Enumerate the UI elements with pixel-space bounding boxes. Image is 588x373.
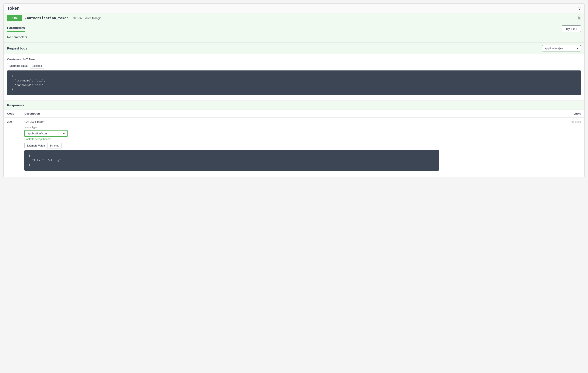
chevron-down-icon: ∨ <box>578 6 581 11</box>
response-description-cell: Get JWT token Media type application/jso… <box>21 118 442 177</box>
lock-icon <box>578 15 581 21</box>
table-row: 200 Get JWT token Media type application… <box>4 118 584 177</box>
token-section: Token ∨ POST /authentication_token Get J… <box>3 3 585 177</box>
request-body-header: Request body application/json <box>4 43 584 54</box>
try-it-out-button[interactable]: Try it out <box>562 25 581 32</box>
response-code-block: { "token": "string" } <box>24 150 439 171</box>
links-column-header: Links <box>442 110 584 118</box>
code-column-header: Code <box>4 110 21 118</box>
controls-accept-text: Controls Accept header. <box>24 138 439 141</box>
response-links: No links <box>442 118 584 177</box>
parameters-title: Parameters <box>7 26 25 32</box>
responses-title: Responses <box>7 103 24 107</box>
responses-table: Code Description Links 200 Get JWT token… <box>4 110 584 177</box>
response-example-tabs: Example Value Schema <box>24 143 439 148</box>
endpoint-bar: POST /authentication_token Get JWT token… <box>4 13 584 23</box>
endpoint-path: /authentication_token <box>25 16 68 20</box>
no-params-text: No parameters <box>4 32 584 42</box>
request-body-media-type-select[interactable]: application/json <box>542 45 581 51</box>
responses-table-header-row: Code Description Links <box>4 110 584 118</box>
media-type-label: Media type <box>24 126 439 129</box>
example-value-tab[interactable]: Example Value <box>7 63 30 69</box>
svg-rect-0 <box>578 17 580 20</box>
parameters-header: Parameters Try it out <box>4 23 584 32</box>
description-column-header: Description <box>21 110 442 118</box>
request-example-tabs: Example Value Schema <box>7 63 581 69</box>
section-header[interactable]: Token ∨ <box>4 4 584 13</box>
request-body-section: Request body application/json <box>4 42 584 54</box>
response-example-value-tab[interactable]: Example Value <box>24 143 47 148</box>
parameters-section: Parameters Try it out No parameters <box>4 23 584 42</box>
responses-header: Responses <box>4 101 584 110</box>
create-jwt-section: Create new JWT Token Example Value Schem… <box>4 54 584 100</box>
schema-tab[interactable]: Schema <box>30 63 44 69</box>
method-badge: POST <box>7 15 22 21</box>
endpoint-description: Get JWT token to login. <box>73 16 102 20</box>
response-media-type-select[interactable]: application/json <box>24 130 68 137</box>
request-body-title: Request body <box>7 47 27 50</box>
create-jwt-title: Create new JWT Token <box>7 58 581 61</box>
request-body-code-block: { "username": "api", "password": "api" } <box>7 70 581 95</box>
section-title: Token <box>7 6 20 11</box>
responses-section: Responses Code Description Links 200 Get… <box>4 100 584 177</box>
response-schema-tab[interactable]: Schema <box>47 143 62 148</box>
response-code: 200 <box>4 118 21 177</box>
response-desc-text: Get JWT token <box>24 120 439 124</box>
